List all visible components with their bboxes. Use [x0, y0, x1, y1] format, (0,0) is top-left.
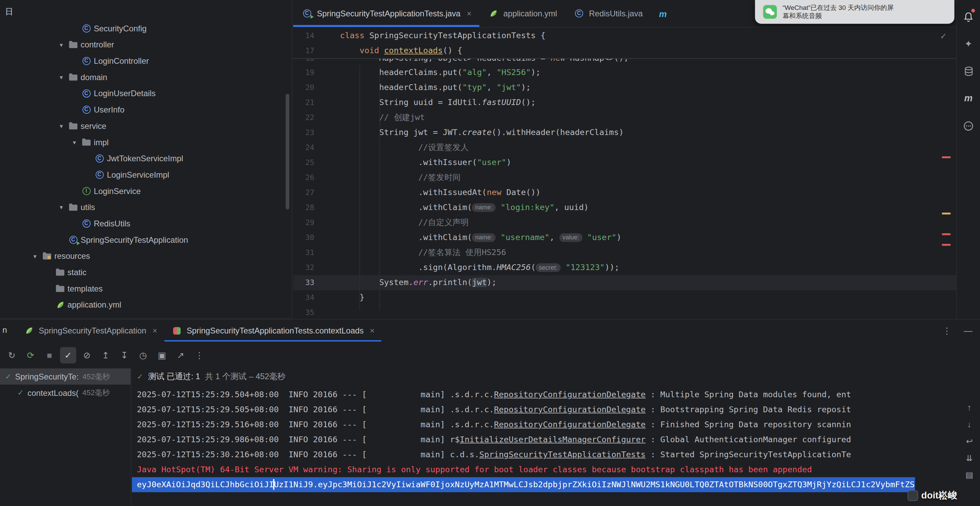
- tree-item-LoginService[interactable]: ILoginService: [0, 183, 286, 199]
- close-tab-icon[interactable]: ×: [370, 326, 375, 335]
- editor-tab-SpringSecurityTestApplicationTests.java[interactable]: CSpringSecurityTestApplicationTests.java…: [293, 0, 479, 27]
- line-number: 32: [293, 260, 314, 275]
- test-tree-item-contextLoads([interactable]: ✓contextLoads(452毫秒: [0, 385, 130, 401]
- console-line[interactable]: 2025-07-12T15:25:29.516+08:00 INFO 20166…: [137, 417, 980, 432]
- text-caret: [273, 479, 275, 490]
- tree-item-impl[interactable]: ▾impl: [0, 134, 286, 150]
- more-options-icon[interactable]: ⋮: [942, 326, 951, 335]
- console-line[interactable]: 2025-07-12T15:25:29.505+08:00 INFO 20166…: [137, 402, 980, 417]
- tree-item-utils[interactable]: ▾utils: [0, 199, 286, 215]
- tree-item-UserInfo[interactable]: CUserInfo: [0, 101, 286, 118]
- tree-item-label: LoginUserDetails: [94, 89, 156, 98]
- error-stripe-mark[interactable]: [942, 156, 951, 158]
- tree-item-resources[interactable]: ▾resources: [0, 247, 286, 264]
- console-line[interactable]: 2025-07-12T15:25:29.504+08:00 INFO 20166…: [137, 387, 980, 402]
- class-icon: C: [94, 171, 105, 179]
- test-history-icon[interactable]: ◷: [135, 347, 151, 363]
- editor-tab-RedisUtils.java[interactable]: CRedisUtils.java: [565, 0, 651, 27]
- tree-item-SpringSecurityTestApplication[interactable]: CSpringSecurityTestApplication: [0, 231, 286, 248]
- hide-panel-icon[interactable]: —: [964, 326, 972, 335]
- tree-item-label: LoginService: [94, 186, 141, 196]
- editor-tab-application.yml[interactable]: application.yml: [480, 0, 565, 27]
- test-tree-item-SpringSecurityTe:[interactable]: ✓SpringSecurityTe:452毫秒: [0, 368, 130, 385]
- chevron-down-icon[interactable]: ▾: [55, 204, 67, 211]
- chevron-down-icon[interactable]: ▾: [55, 73, 67, 80]
- scroll-down-icon[interactable]: ↓: [963, 418, 975, 430]
- right-tool-strip: ✦m: [956, 0, 980, 319]
- code-editor[interactable]: 14class SpringSecurityTestApplicationTes…: [293, 28, 956, 319]
- line-number: 19: [293, 65, 314, 80]
- error-stripe-mark[interactable]: [942, 244, 951, 246]
- print-icon[interactable]: ▤: [963, 468, 975, 481]
- show-ignored-icon[interactable]: ⊘: [79, 347, 95, 363]
- tab-label: application.yml: [503, 9, 557, 18]
- scroll-up-icon[interactable]: ↑: [963, 401, 975, 413]
- scroll-to-end-icon[interactable]: ⇊: [963, 452, 975, 464]
- error-stripe-mark[interactable]: [942, 233, 951, 235]
- tree-item-templates[interactable]: templates: [0, 280, 286, 297]
- code-line-27: 27 .withIssuedAt(new Date()): [293, 185, 956, 200]
- snapshot-icon[interactable]: ▣: [154, 347, 170, 363]
- wechat-icon: [763, 5, 777, 19]
- test-passed-icon: ✓: [5, 372, 11, 381]
- tree-item-application.yml[interactable]: application.yml: [0, 296, 286, 313]
- ai-assistant-icon[interactable]: ✦: [957, 34, 980, 53]
- console-scroll-buttons: ↑↓↩⇊▤: [963, 401, 975, 481]
- project-tree-scrollbar[interactable]: [286, 94, 289, 209]
- plugins-icon[interactable]: [957, 116, 980, 135]
- show-passed-icon[interactable]: ✓: [60, 347, 76, 363]
- code-line-31: 31 //签名算法 使用HS256: [293, 245, 956, 260]
- test-passed-icon: ✓: [18, 388, 24, 397]
- chevron-down-icon[interactable]: ▾: [55, 41, 67, 48]
- folder-icon: [54, 285, 66, 292]
- chevron-down-icon[interactable]: ▾: [55, 123, 67, 129]
- rerun-icon[interactable]: ↻: [4, 347, 20, 363]
- tree-item-LoginUserDetails[interactable]: CLoginUserDetails: [0, 85, 286, 101]
- console-output[interactable]: 2025-07-12T15:25:29.504+08:00 INFO 20166…: [132, 387, 980, 506]
- console-line[interactable]: 2025-07-12T15:25:30.216+08:00 INFO 20166…: [137, 447, 980, 462]
- tree-item-SecurityConfig[interactable]: CSecurityConfig: [0, 20, 286, 37]
- tree-item-label: LoginServiceImpl: [107, 170, 169, 179]
- console-line[interactable]: 2025-07-12T15:25:29.986+08:00 INFO 20166…: [137, 432, 980, 447]
- tree-item-service[interactable]: ▾service: [0, 118, 286, 134]
- export-icon[interactable]: ↗: [172, 347, 189, 363]
- chevron-down-icon[interactable]: ▾: [29, 252, 41, 259]
- more-options-icon[interactable]: ⋮: [191, 347, 207, 363]
- tree-item-domain[interactable]: ▾domain: [0, 69, 286, 85]
- maven-tool-icon[interactable]: m: [957, 88, 980, 107]
- tree-item-JwtTokenServiceImpl[interactable]: CJwtTokenServiceImpl: [0, 150, 286, 166]
- run-panel: n SpringSecurityTestApplication×SpringSe…: [0, 319, 980, 506]
- notification-toast[interactable]: “WeChat”已在过去 30 天内访问你的屏幕和系统音频: [755, 0, 955, 24]
- rerun-failed-tests-icon[interactable]: ⟳: [22, 347, 39, 363]
- close-tab-icon[interactable]: ×: [467, 9, 472, 18]
- run-tab-SpringSecurityTestApplicationTests.contextLoads[interactable]: SpringSecurityTestApplicationTests.conte…: [164, 319, 382, 341]
- stop-icon[interactable]: ■: [41, 347, 57, 363]
- console-line[interactable]: Java HotSpot(TM) 64-Bit Server VM warnin…: [137, 462, 980, 477]
- inspections-ok-icon[interactable]: ✓: [940, 31, 947, 41]
- sort-alphabetically-icon[interactable]: ↥: [97, 347, 114, 363]
- close-tab-icon[interactable]: ×: [153, 326, 158, 335]
- sort-by-duration-icon[interactable]: ↧: [116, 347, 132, 363]
- console-line[interactable]: eyJ0eXAiOiJqd3QiLCJhbGciOiJIUzI1NiJ9.eyJ…: [132, 477, 915, 492]
- tree-item-controller[interactable]: ▾controller: [0, 36, 286, 53]
- test-name: SpringSecurityTe:: [15, 372, 79, 381]
- code-line-30: 30 .withClaim(name: "username", value: "…: [293, 230, 956, 245]
- chevron-down-icon[interactable]: ▾: [68, 139, 81, 145]
- tree-item-RedisUtils[interactable]: CRedisUtils: [0, 215, 286, 231]
- class-run-icon: C: [67, 236, 79, 244]
- tree-item-LoginController[interactable]: CLoginController: [0, 53, 286, 69]
- tree-item-LoginServiceImpl[interactable]: CLoginServiceImpl: [0, 166, 286, 183]
- code-line-33: 33 System.err.println(jwt);: [293, 275, 956, 290]
- soft-wrap-icon[interactable]: ↩: [963, 435, 975, 447]
- class-icon: C: [81, 105, 92, 113]
- error-stripe-mark[interactable]: [942, 213, 951, 215]
- database-icon[interactable]: [957, 62, 980, 81]
- class-icon: C: [94, 154, 105, 162]
- notifications-bell-icon[interactable]: [957, 8, 980, 26]
- run-tab-SpringSecurityTestApplication[interactable]: SpringSecurityTestApplication×: [16, 319, 164, 341]
- code-line-20: 20 headerClaims.put("typ", "jwt");: [293, 80, 956, 95]
- tree-item-static[interactable]: static: [0, 264, 286, 280]
- tests-total-text: 共 1 个测试 – 452毫秒: [205, 371, 286, 382]
- editor-tab-m[interactable]: m: [651, 0, 675, 27]
- run-console[interactable]: ✓ 测试 已通过: 1共 1 个测试 – 452毫秒 2025-07-12T15…: [132, 368, 980, 506]
